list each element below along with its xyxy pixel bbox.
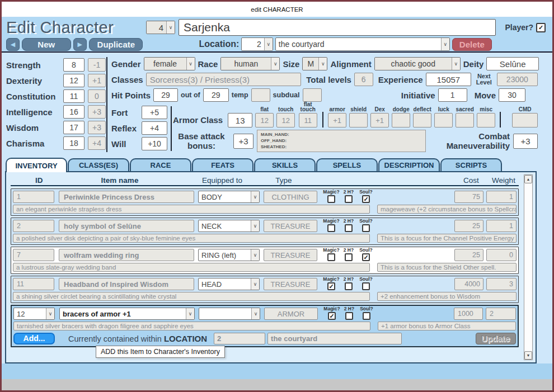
chevron-down-icon: ∨ [452, 58, 460, 70]
soul-checkbox[interactable]: ✓ [363, 312, 370, 320]
intelligence-score-field[interactable]: 16 [63, 105, 84, 119]
tab-skills[interactable]: SKILLS [254, 158, 316, 171]
reflex-save-field[interactable]: +4 [142, 121, 167, 135]
twohand-checkbox[interactable]: ✓ [345, 195, 353, 203]
hp-subdual-field[interactable] [303, 88, 322, 102]
soul-checkbox[interactable]: ✓ [362, 195, 370, 203]
tab-scripts[interactable]: SCRIPTS [440, 158, 502, 171]
footer-gray-strip [2, 379, 552, 391]
fort-save-field[interactable]: +5 [142, 106, 167, 119]
item-name-field: holy symbol of Selûne [59, 220, 194, 232]
race-select[interactable]: human ∨ [220, 57, 280, 70]
dexterity-score-field[interactable]: 12 [63, 74, 84, 87]
experience-field[interactable]: 15057 [426, 73, 471, 86]
base-attack-label: Base attack bonus: [173, 131, 230, 150]
editor-item-id-select[interactable]: 12 ∨ [13, 308, 55, 320]
item-note-field: This is a focus for the Channel Positive… [377, 234, 517, 243]
item-cost-field: 25 [454, 220, 483, 232]
update-button[interactable]: Update [476, 333, 516, 344]
next-character-button[interactable]: ▶ [73, 38, 87, 51]
twohand-checkbox[interactable]: ✓ [345, 224, 353, 232]
ac-component-field: 12 [255, 113, 274, 127]
soul-checkbox[interactable]: ✓ [362, 253, 370, 261]
total-levels-label: Total levels [306, 75, 351, 84]
magic-label: Magic? [323, 276, 339, 282]
ac-component-field: 12 [276, 113, 295, 127]
new-button[interactable]: New [22, 38, 71, 51]
twohand-checkbox[interactable]: ✓ [345, 253, 353, 261]
twohand-label: 2 H? [344, 247, 354, 253]
item-flags: Magic? 2 H? Soul? ✓ ✓ ✓ [321, 247, 378, 262]
character-name-input[interactable]: Sarjenka [179, 19, 496, 36]
add-item-button[interactable]: Add... [13, 333, 55, 344]
soul-checkbox[interactable]: ✓ [362, 282, 370, 290]
constitution-score-field[interactable]: 11 [63, 89, 84, 103]
equipped-to-select[interactable]: BODY ∨ [198, 191, 260, 203]
hp-temp-field[interactable] [251, 88, 270, 102]
equipped-to-select[interactable]: RING (left) ∨ [198, 249, 260, 261]
hp-max-field[interactable]: 29 [203, 88, 229, 102]
tab-race[interactable]: RACE [130, 158, 191, 171]
duplicate-button[interactable]: Duplicate [89, 38, 143, 51]
item-weight-field: 3 [486, 278, 517, 290]
twohand-checkbox[interactable]: ✓ [345, 312, 353, 320]
scroll-down-button[interactable]: ▼ [524, 351, 532, 360]
ac-touch-box: touch12 [276, 101, 295, 127]
soul-checkbox[interactable]: ✓ [362, 224, 370, 232]
magic-checkbox[interactable]: ✓ [327, 253, 335, 261]
base-attack-field[interactable]: +3 [233, 134, 253, 149]
location-id-select[interactable]: 2 ∨ [241, 37, 273, 51]
move-field[interactable]: 30 [499, 88, 525, 102]
will-save-field[interactable]: +10 [142, 137, 167, 150]
chevron-down-icon: ∨ [186, 308, 194, 319]
ac-armor-box: armor+1 [328, 101, 346, 127]
ability-row: Intelligence 16 +3 [6, 105, 106, 119]
gender-value: female [144, 58, 186, 70]
character-id-select[interactable]: 4 ∨ [146, 21, 175, 34]
deity-field[interactable]: Selûne [486, 57, 539, 70]
editor-item-name-select[interactable]: bracers of armor +1 ∨ [59, 308, 195, 320]
combat-maneuverability-field[interactable]: +3 [513, 134, 538, 149]
editor-item-desc-field: tarnished silver bracers with dragon fil… [13, 322, 370, 330]
hp-current-field[interactable]: 29 [153, 88, 178, 102]
alignment-select[interactable]: chaotic good ∨ [374, 57, 461, 70]
magic-checkbox[interactable]: ✓ [327, 195, 335, 203]
ac-dodge-box: dodge [392, 101, 410, 127]
charisma-score-field[interactable]: 18 [63, 136, 84, 150]
editor-item-weight-field[interactable]: 2 [486, 308, 516, 320]
tab-spells[interactable]: SPELLS [316, 158, 378, 171]
delete-button[interactable]: Delete [452, 38, 492, 51]
ability-label: Dexterity [6, 76, 63, 86]
col-equipped-to: Equipped to [191, 176, 253, 185]
header-band: Edit Character 4 ∨ Sarjenka Player? ✓ ◀ … [2, 17, 552, 53]
initiative-field[interactable]: 1 [438, 88, 467, 102]
scroll-up-button[interactable]: ▲ [524, 175, 532, 183]
next-level-label: Next Level [474, 73, 494, 86]
magic-checkbox[interactable]: ✓ [327, 224, 335, 232]
armor-class-field[interactable]: 13 [228, 113, 252, 127]
magic-checkbox[interactable]: ✓ [328, 312, 336, 320]
twohand-checkbox[interactable]: ✓ [345, 282, 353, 290]
equipped-to-select[interactable]: HEAD ∨ [198, 278, 260, 290]
magic-checkbox[interactable]: ✓ [327, 282, 335, 290]
tab-feats[interactable]: FEATS [192, 158, 253, 171]
editor-equipped-to-select[interactable]: ∨ [199, 308, 260, 320]
prev-character-button[interactable]: ◀ [6, 38, 20, 51]
ability-row: Constitution 11 0 [6, 89, 106, 103]
chevron-down-icon: ∨ [251, 278, 259, 290]
wisdom-score-field[interactable]: 17 [63, 121, 84, 134]
tab-classes[interactable]: CLASS(ES) [68, 158, 129, 171]
tab-description[interactable]: DESCRIPTION [378, 158, 440, 171]
editor-item-cost-field[interactable]: 1000 [454, 308, 483, 320]
item-flags: Magic? 2 H? Soul? ✓ ✓ ✓ [321, 218, 378, 233]
location-name-select[interactable]: the courtyard ∨ [275, 37, 450, 51]
equipped-to-select[interactable]: NECK ∨ [198, 220, 260, 232]
strength-score-field[interactable]: 8 [63, 58, 84, 72]
size-select[interactable]: M ∨ [302, 57, 327, 70]
tab-inventory[interactable]: INVENTORY [6, 158, 67, 172]
col-item-name: Item name [52, 176, 187, 185]
player-checkbox[interactable]: ✓ [536, 23, 546, 32]
vertical-scrollbar[interactable]: ▲ ▼ [524, 174, 533, 360]
soul-label: Soul? [360, 306, 373, 311]
gender-select[interactable]: female ∨ [144, 57, 195, 70]
